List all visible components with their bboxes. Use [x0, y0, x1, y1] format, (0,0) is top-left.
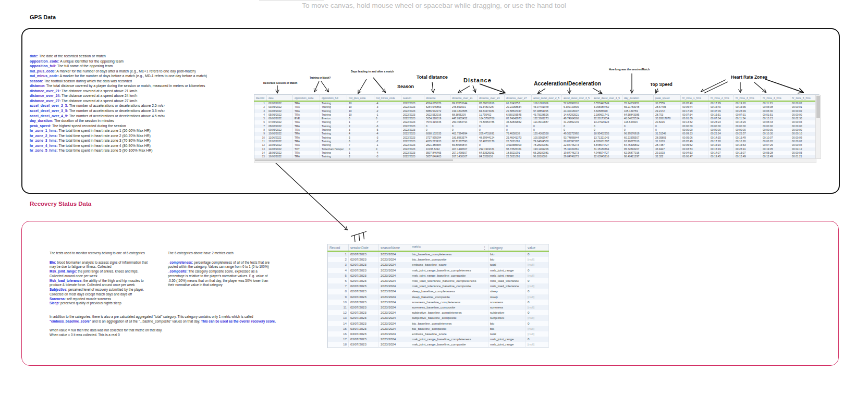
table-cell[interactable]: 00:13:49 — [734, 136, 761, 140]
table-row[interactable]: 402/07/20232023/2024msk_joint_range_base… — [328, 268, 549, 273]
table-cell[interactable]: -3 — [374, 136, 401, 140]
table-cell[interactable]: 00:14:15 — [709, 136, 734, 140]
table-row[interactable]: 1002/07/20232023/2024soreness_baseline_c… — [328, 300, 549, 305]
table-cell[interactable]: 03/07/2023 — [349, 342, 379, 348]
table-cell[interactable]: 02/07/2023 — [349, 294, 379, 300]
table-row[interactable]: 607/06/2022TRATraining1-72022/20237579.4… — [254, 120, 820, 124]
table-cell[interactable]: 5 — [328, 273, 349, 278]
table-row[interactable]: 1403/07/20232023/2024bio_baseline_comple… — [328, 321, 549, 326]
table-cell[interactable]: 00:19:20 — [734, 101, 761, 105]
table-cell[interactable]: 2023/2024 — [379, 337, 410, 342]
table-cell[interactable]: 2022/2023 — [401, 113, 424, 117]
table-cell[interactable]: 3.82586928 — [592, 109, 622, 113]
table-cell[interactable]: 09/06/2022 — [267, 128, 293, 132]
table-cell[interactable]: 12 — [328, 310, 349, 315]
table-cell[interactable]: 1 — [254, 101, 267, 105]
table-cell[interactable]: 00:17:29 — [709, 101, 734, 105]
table-cell[interactable]: 65.21783048 — [622, 105, 654, 109]
table-cell[interactable]: Training — [320, 140, 347, 143]
table-cell[interactable]: 207.1498307 — [450, 151, 478, 155]
table-cell[interactable]: 0 — [526, 268, 549, 273]
column-header[interactable]: peak_speed — [654, 95, 681, 102]
table-row[interactable]: 1011/06/2022TRATraining5-32022/20233727.… — [254, 136, 820, 140]
table-cell[interactable]: 95.72893207 — [622, 147, 654, 151]
table-cell[interactable]: 00:13:32 — [681, 120, 709, 124]
table-cell[interactable]: 13.71321043 — [592, 136, 622, 140]
table-cell[interactable]: -4 — [374, 132, 401, 135]
table-cell[interactable]: 02/07/2023 — [349, 283, 379, 289]
table-row[interactable]: 910/06/2022TRATraining4-42022/20236088.1… — [254, 132, 820, 135]
table-cell[interactable]: 14.64292521 — [562, 113, 592, 117]
table-cell[interactable]: 6 — [254, 120, 267, 124]
column-header[interactable]: hr_zone_4_hms — [761, 95, 790, 102]
table-cell[interactable]: Training — [320, 101, 347, 105]
table-cell[interactable]: bio_baseline_completeness — [410, 251, 488, 257]
table-cell[interactable]: 22.20173854 — [592, 117, 622, 120]
table-cell[interactable]: 66.89669844 — [450, 143, 478, 147]
table-cell[interactable]: 00:00:00 — [734, 128, 761, 132]
table-cell[interactable]: 10 — [347, 101, 374, 105]
table-cell[interactable]: 02/07/2023 — [349, 251, 379, 257]
table-cell[interactable]: 2022/2023 — [401, 147, 424, 151]
table-cell[interactable]: 2023/2024 — [379, 321, 410, 326]
table-cell[interactable]: 10195.6242 — [424, 147, 450, 151]
table-cell[interactable]: 2023/2024 — [379, 289, 410, 294]
table-cell[interactable]: 2022/2023 — [401, 132, 424, 135]
table-cell[interactable]: 02/07/2023 — [349, 305, 379, 310]
table-cell[interactable]: TRA — [293, 143, 320, 147]
table-cell[interactable]: 00:04:53 — [681, 151, 709, 155]
table-cell[interactable]: 2023/2024 — [379, 300, 410, 305]
table-cell[interactable]: soreness_baseline_composite — [410, 305, 488, 310]
table-cell[interactable]: 02/07/2023 — [349, 300, 379, 305]
table-cell[interactable]: 00:17:29 — [681, 109, 709, 113]
whiteboard-canvas[interactable]: To move canvas, hold mouse wheel or spac… — [0, 0, 868, 396]
table-row[interactable]: 102/06/2022TRATraining10-42022/20234524.… — [254, 101, 820, 105]
gps-table-vertical-scrollbar[interactable] — [815, 95, 821, 159]
column-header[interactable]: accel_decel_over_2_5 — [532, 95, 562, 102]
table-cell[interactable]: soreness — [488, 300, 526, 305]
table-cell[interactable]: Everton — [320, 117, 347, 120]
table-cell[interactable]: 2022/2023 — [401, 128, 424, 132]
table-cell[interactable]: 04/06/2022 — [267, 109, 293, 113]
table-cell[interactable]: 0 — [562, 125, 592, 128]
table-cell[interactable]: emboss_baseline_score — [410, 331, 488, 337]
table-cell[interactable]: [null] — [526, 294, 549, 300]
table-cell[interactable]: 209.4731691 — [478, 132, 505, 135]
table-cell[interactable]: 43.75028526 — [532, 113, 562, 117]
table-cell[interactable]: 76.24236951 — [622, 101, 654, 105]
table-cell[interactable]: msk_joint_range_baseline_completeness — [410, 337, 488, 342]
table-cell[interactable]: 4 — [328, 268, 349, 273]
table-cell[interactable]: 00:05:49 — [681, 140, 709, 143]
column-header[interactable]: season — [401, 95, 424, 102]
table-row[interactable]: 1703/07/20232023/2024msk_joint_range_bas… — [328, 337, 549, 342]
table-cell[interactable]: 5264.645853 — [424, 105, 450, 109]
table-cell[interactable]: [null] — [526, 331, 549, 337]
table-cell[interactable]: total — [488, 262, 526, 267]
table-cell[interactable]: -2 — [374, 140, 401, 143]
table-cell[interactable]: 15 — [328, 326, 349, 331]
table-cell[interactable]: 2023/2024 — [379, 326, 410, 331]
table-row[interactable]: 1213/06/2022TRATraining7-12022/20232821.… — [254, 143, 820, 147]
table-cell[interactable]: 49.55272992 — [562, 132, 592, 135]
table-cell[interactable]: 00:05:40 — [681, 101, 709, 105]
table-cell[interactable]: 11 — [254, 140, 267, 143]
table-cell[interactable]: 02/07/2023 — [349, 315, 379, 320]
table-cell[interactable]: 85.89031816 — [478, 101, 505, 105]
table-cell[interactable]: 00:00:00 — [761, 128, 790, 132]
table-cell[interactable]: 2023/2024 — [379, 305, 410, 310]
table-cell[interactable]: 75.31031861 — [562, 147, 592, 151]
table-cell[interactable]: [null] — [526, 257, 549, 262]
table-cell[interactable]: 4 — [347, 132, 374, 135]
table-cell[interactable]: 0 — [505, 125, 532, 128]
table-cell[interactable]: 00:15:35 — [734, 105, 761, 109]
column-header[interactable]: md_plus_code — [347, 95, 374, 102]
table-cell[interactable]: Training — [320, 113, 347, 117]
table-cell[interactable]: 00:01:51 — [761, 113, 790, 117]
scrollbar-thumb[interactable] — [816, 96, 820, 118]
table-cell[interactable]: 0 — [478, 143, 505, 147]
table-row[interactable]: 1603/07/20232023/2024emboss_baseline_sco… — [328, 331, 549, 337]
table-cell[interactable]: 14 — [254, 151, 267, 155]
table-cell[interactable]: 13 — [254, 147, 267, 151]
table-row[interactable]: 304/06/2022TRATraining10-22022/20236886.… — [254, 109, 820, 113]
table-cell[interactable]: 105.139759 — [622, 109, 654, 113]
